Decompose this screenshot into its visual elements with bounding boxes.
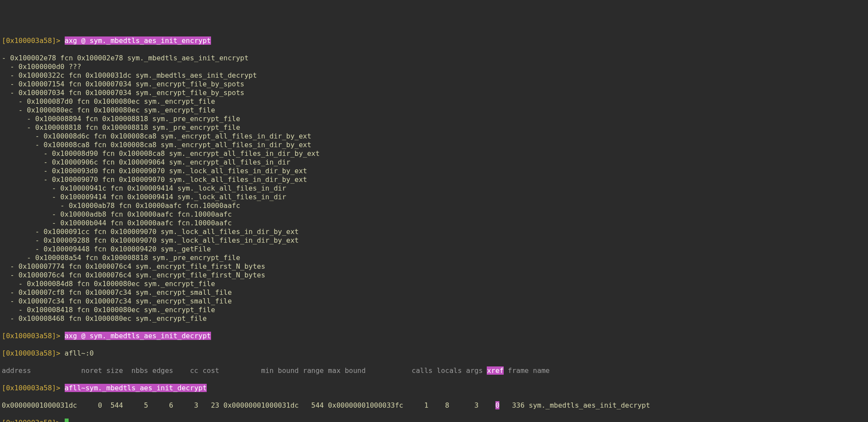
tree-line: - 0x100008894 fcn 0x100008818 sym._pre_e…	[2, 115, 866, 123]
tree-line: - 0x1000093d0 fcn 0x100009070 sym._lock_…	[2, 167, 866, 175]
prompt-addr: [0x100003a58]	[2, 332, 56, 340]
prompt-line-1: [0x100003a58]> axg @ sym._mbedtls_aes_in…	[2, 36, 866, 45]
tree-line: - 0x1000000d0 ???	[2, 63, 866, 71]
tree-line: - 0x100009448 fcn 0x100009420 sym._getFi…	[2, 245, 866, 254]
command-4[interactable]: afll~sym._mbedtls_aes_init_decrypt	[65, 384, 207, 392]
prompt-gt: >	[56, 332, 60, 340]
tree-line: - 0x100008468 fcn 0x1000080ec sym._encry…	[2, 314, 866, 323]
tree-line: - 0x100009288 fcn 0x100009070 sym._lock_…	[2, 236, 866, 245]
tree-line: - 0x100008ca8 fcn 0x100008ca8 sym._encry…	[2, 141, 866, 149]
tree-line: - 0x10000906c fcn 0x100009064 sym._encry…	[2, 158, 866, 167]
command-1[interactable]: axg @ sym._mbedtls_aes_init_encrypt	[65, 36, 211, 45]
prompt-line-4: [0x100003a58]> afll~sym._mbedtls_aes_ini…	[2, 384, 866, 392]
tree-line: - 0x100008818 fcn 0x100008818 sym._pre_e…	[2, 123, 866, 132]
prompt-addr: [0x100003a58]	[2, 349, 56, 357]
cursor-icon	[65, 419, 69, 422]
tree-line: - 0x100009414 fcn 0x100009414 sym._lock_…	[2, 193, 866, 201]
tree-line: - 0x10000322c fcn 0x1000031dc sym._mbedt…	[2, 71, 866, 80]
prompt-gt: >	[56, 384, 60, 392]
prompt-addr: [0x100003a58]	[2, 384, 56, 392]
xref-header-hl: xref	[487, 366, 504, 375]
prompt-line-2: [0x100003a58]> axg @ sym._mbedtls_aes_in…	[2, 332, 866, 340]
xref-count-hl: 0	[495, 401, 500, 409]
tree-line: - 0x100007774 fcn 0x1000076c4 sym._encry…	[2, 262, 866, 271]
prompt-line-5[interactable]: [0x100003a58]>	[2, 419, 866, 422]
tree-line: - 0x1000084d8 fcn 0x1000080ec sym._encry…	[2, 280, 866, 288]
prompt-line-3: [0x100003a58]> afll~:0	[2, 349, 866, 358]
tree-line: - 0x100008418 fcn 0x1000080ec sym._encry…	[2, 306, 866, 314]
xref-tree: - 0x100002e78 fcn 0x100002e78 sym._mbedt…	[2, 54, 866, 323]
tree-line: - 0x100009070 fcn 0x100009070 sym._lock_…	[2, 175, 866, 184]
tree-line: - 0x100002e78 fcn 0x100002e78 sym._mbedt…	[2, 54, 866, 63]
command-3[interactable]: afll~:0	[65, 349, 94, 357]
afll-data-row: 0x00000001000031dc 0 544 5 6 3 23 0x0000…	[2, 401, 866, 410]
tree-line: - 0x1000076c4 fcn 0x1000076c4 sym._encry…	[2, 271, 866, 280]
tree-line: - 0x100007154 fcn 0x100007034 sym._encry…	[2, 80, 866, 89]
tree-line: - 0x100008d90 fcn 0x100008ca8 sym._encry…	[2, 149, 866, 158]
prompt-gt: >	[56, 419, 60, 422]
tree-line: - 0x1000087d0 fcn 0x1000080ec sym._encry…	[2, 97, 866, 106]
tree-line: - 0x10000b044 fcn 0x10000aafc fcn.10000a…	[2, 219, 866, 227]
prompt-addr: [0x100003a58]	[2, 36, 56, 45]
tree-line: - 0x100007c34 fcn 0x100007c34 sym._encry…	[2, 297, 866, 306]
tree-line: - 0x10000ab78 fcn 0x10000aafc fcn.10000a…	[2, 201, 866, 210]
tree-line: - 0x100007cf8 fcn 0x100007c34 sym._encry…	[2, 288, 866, 297]
tree-line: - 0x10000941c fcn 0x100009414 sym._lock_…	[2, 184, 866, 193]
prompt-gt: >	[56, 349, 60, 357]
tree-line: - 0x100008d6c fcn 0x100008ca8 sym._encry…	[2, 132, 866, 141]
command-2[interactable]: axg @ sym._mbedtls_aes_init_decrypt	[65, 332, 211, 340]
tree-line: - 0x100007034 fcn 0x100007034 sym._encry…	[2, 89, 866, 97]
tree-line: - 0x10000adb8 fcn 0x10000aafc fcn.10000a…	[2, 210, 866, 219]
afll-header: address noret size nbbs edges cc cost mi…	[2, 366, 866, 375]
prompt-addr: [0x100003a58]	[2, 419, 56, 422]
tree-line: - 0x100008a54 fcn 0x100008818 sym._pre_e…	[2, 254, 866, 262]
prompt-gt: >	[56, 36, 60, 45]
tree-line: - 0x1000080ec fcn 0x1000080ec sym._encry…	[2, 106, 866, 115]
tree-line: - 0x1000091cc fcn 0x100009070 sym._lock_…	[2, 227, 866, 236]
